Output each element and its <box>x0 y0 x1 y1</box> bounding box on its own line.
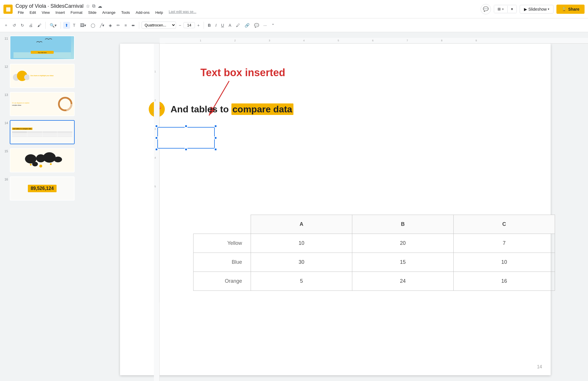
slide-thumb-15: 15 🔗 <box>1 147 76 174</box>
handle-bottom-center <box>185 148 187 151</box>
svg-text:4: 4 <box>303 39 305 42</box>
select-tool[interactable]: ⬆ <box>63 22 70 29</box>
cloud-icon[interactable]: ☁ <box>98 3 102 9</box>
canvas-area: 1 2 3 4 5 6 7 8 9 1 2 3 4 5 <box>77 32 588 381</box>
ruler-h-svg: 1 2 3 4 5 6 7 8 9 <box>165 38 588 44</box>
text-box-selected-wrapper <box>157 127 215 149</box>
svg-text:3: 3 <box>154 128 156 130</box>
svg-point-12 <box>43 152 56 163</box>
thumb-text-12: Use charts to highlight your ideas <box>29 75 72 77</box>
slide-page-number: 14 <box>537 364 542 370</box>
menu-file[interactable]: File <box>16 10 26 15</box>
paint-format-button[interactable]: 🖌 <box>36 22 43 29</box>
folder-icon[interactable]: ⧉ <box>92 3 95 9</box>
slideshow-label: Slideshow <box>528 7 547 11</box>
slide-thumbnail-14[interactable]: 🔗 and tables to compare data <box>10 120 75 144</box>
table-cell-row1-b: 20 <box>352 234 454 253</box>
heading-text: And tables to compare data <box>171 104 293 115</box>
thumb-content-11: Your title here <box>10 36 74 59</box>
present-button[interactable]: ⊞ + <box>494 5 508 13</box>
slide-thumb-13: 13 🔗 Or use diagrams to explore complex … <box>1 91 76 117</box>
line-tool[interactable]: ╱▾ <box>98 22 106 29</box>
slide-canvas: Text box inserted 📌 And table <box>120 44 551 375</box>
slide-heading: 📌 And tables to compare data <box>149 101 293 117</box>
slide-thumb-16: 16 🔗 89,526,124 <box>1 175 76 202</box>
slide-thumb-11: 11 🔗 Your title here <box>1 34 76 61</box>
slide-number-12: 12 <box>2 64 8 68</box>
handle-right-center <box>214 136 217 139</box>
format-tool[interactable]: ≡ <box>123 22 129 29</box>
thumb-content-14: and tables to compare data <box>10 121 74 144</box>
font-color-button[interactable]: A <box>227 22 233 29</box>
slide-thumbnail-11[interactable]: 🔗 Your title here <box>10 36 75 60</box>
slide-number-16: 16 <box>2 176 8 181</box>
star-icon[interactable]: ☆ <box>86 3 90 9</box>
chat-button[interactable]: 💬 <box>481 4 491 14</box>
menu-arrange[interactable]: Arrange <box>100 10 118 15</box>
zoom-button[interactable]: 🔍▾ <box>48 22 58 29</box>
font-selector[interactable]: Quattrocen... <box>142 22 176 29</box>
underline-button[interactable]: U <box>219 22 226 29</box>
undo-button[interactable]: ↺ <box>11 22 18 29</box>
svg-text:3: 3 <box>269 39 270 42</box>
thumb-image-11: Your title here <box>10 36 74 58</box>
doc-title: Copy of Viola · SlidesCarnival <box>16 3 84 9</box>
menu-format[interactable]: Format <box>68 10 85 15</box>
menu-edit[interactable]: Edit <box>27 10 38 15</box>
font-size-input[interactable] <box>183 22 195 28</box>
share-button[interactable]: 🔒 Share <box>556 5 585 14</box>
menu-help[interactable]: Help <box>153 10 165 15</box>
image-tool[interactable]: 🖼▾ <box>78 22 88 29</box>
slide-thumbnail-15[interactable]: 🔗 <box>10 148 75 172</box>
link-button[interactable]: 🔗 <box>243 22 251 29</box>
present-icon: ⊞ <box>498 7 501 11</box>
collapse-button[interactable]: ⌃ <box>270 22 276 29</box>
svg-text:2: 2 <box>154 99 156 102</box>
toolbar-divider-2 <box>61 22 61 29</box>
svg-point-14 <box>32 162 38 166</box>
menu-slide[interactable]: Slide <box>86 10 99 15</box>
fill-tool[interactable]: ◈ <box>107 22 114 29</box>
shape-tool[interactable]: ◯ <box>89 22 97 29</box>
slide-thumbnail-16[interactable]: 🔗 89,526,124 <box>10 176 75 201</box>
table-cell-row1-a: 10 <box>251 234 352 253</box>
menu-view[interactable]: View <box>39 10 52 15</box>
present-dropdown[interactable]: ▾ <box>508 5 517 13</box>
doc-title-row: Copy of Viola · SlidesCarnival ☆ ⧉ ☁ <box>16 3 478 9</box>
thumb-content-12: Use charts to highlight your ideas <box>10 64 74 87</box>
toolbar: ＋ ↺ ↻ 🖨 🖌 🔍▾ ⬆ T 🖼▾ ◯ ╱▾ ◈ ✏ ≡ ⬌ Quattro… <box>0 18 588 32</box>
slide-thumbnail-13[interactable]: 🔗 Or use diagrams to explore complex ide… <box>10 92 75 116</box>
highlight-button[interactable]: 🖊 <box>234 22 242 29</box>
table-cell-row2-a: 30 <box>251 253 352 272</box>
table-header-row: A B C <box>194 215 555 234</box>
font-size-increase[interactable]: + <box>196 22 201 29</box>
spacing-tool[interactable]: ⬌ <box>130 22 137 29</box>
table-cell-row2-b: 15 <box>352 253 454 272</box>
table-row: Orange 5 24 16 <box>194 272 555 291</box>
bold-button[interactable]: B <box>206 22 212 29</box>
slideshow-button[interactable]: ▶ Slideshow ▾ <box>520 5 554 14</box>
menu-bar: File Edit View Insert Format Slide Arran… <box>16 10 478 15</box>
print-button[interactable]: 🖨 <box>27 22 34 29</box>
table-row: Blue 30 15 10 <box>194 253 555 272</box>
redo-button[interactable]: ↻ <box>19 22 26 29</box>
table-header-c: C <box>454 215 555 234</box>
top-bar: ▦ Copy of Viola · SlidesCarnival ☆ ⧉ ☁ F… <box>0 0 588 18</box>
font-size-control: − + <box>177 22 201 29</box>
annotation-text: Text box inserted <box>200 67 285 79</box>
font-size-decrease[interactable]: − <box>177 22 183 29</box>
menu-tools[interactable]: Tools <box>119 10 132 15</box>
text-box-inner[interactable] <box>157 127 215 149</box>
add-button[interactable]: ＋ <box>2 22 10 29</box>
menu-addons[interactable]: Add-ons <box>134 10 152 15</box>
text-tool[interactable]: T <box>71 22 77 29</box>
slide-thumbnail-12[interactable]: 🔗 Use charts to highlight your ideas <box>10 64 75 88</box>
data-table: A B C Yellow 10 20 7 Blue <box>193 215 555 291</box>
more-button[interactable]: ··· <box>262 22 269 29</box>
present-plus-icon: + <box>502 7 504 11</box>
menu-insert[interactable]: Insert <box>53 10 67 15</box>
ruler-vertical: 1 2 3 4 5 <box>154 44 160 381</box>
italic-button[interactable]: I <box>214 22 218 29</box>
comment-button[interactable]: 💬 <box>252 22 261 29</box>
pen-tool[interactable]: ✏ <box>115 22 122 29</box>
